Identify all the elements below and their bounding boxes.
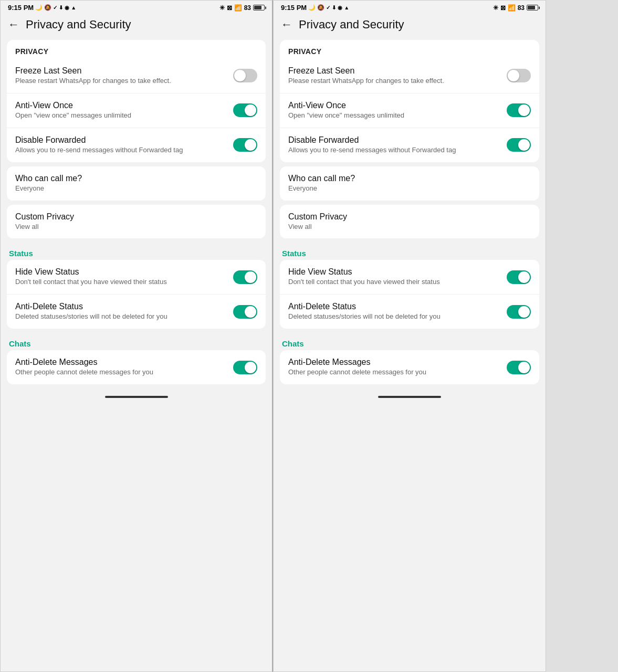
anti-view-title-left: Anti-View Once — [15, 101, 227, 110]
who-call-item-right[interactable]: Who can call me? Everyone — [280, 166, 539, 201]
custom-privacy-title-left: Custom Privacy — [15, 212, 251, 222]
instagram-icon-right: ◉ — [338, 5, 342, 10]
freeze-toggle-right[interactable] — [507, 69, 531, 82]
status-bar-left: 9:15 PM 🌙 🔕 ✓ ⬇ ◉ ▲ ✳ ⊠ 📶 83 — [1, 1, 272, 14]
who-call-card-left: Who can call me? Everyone — [7, 166, 266, 201]
who-call-value-right: Everyone — [288, 184, 525, 193]
anti-delete-status-right: Anti-Delete Status Deleted statuses/stor… — [280, 295, 539, 329]
who-call-value-left: Everyone — [15, 184, 251, 193]
anti-del-msg-subtitle-right: Other people cannot delete messages for … — [288, 368, 500, 377]
freeze-title-right: Freeze Last Seen — [288, 66, 500, 76]
wifi-icon: 📶 — [234, 4, 242, 12]
battery-text-right: 83 — [518, 4, 525, 12]
custom-privacy-subtitle-left: View all — [15, 223, 251, 232]
disable-fwd-title-left: Disable Forwarded — [15, 135, 227, 145]
anti-view-toggle-right[interactable] — [507, 103, 531, 117]
mute-icon-right: 🔕 — [317, 4, 324, 11]
moon-icon-right: 🌙 — [308, 4, 316, 11]
hide-view-title-left: Hide View Status — [15, 267, 227, 277]
page-title-left: Privacy and Security — [26, 18, 131, 32]
hide-view-toggle-left[interactable] — [233, 270, 257, 284]
custom-privacy-item-right[interactable]: Custom Privacy View all — [280, 205, 539, 239]
anti-del-msg-toggle-left[interactable] — [233, 361, 257, 374]
who-call-item-left[interactable]: Who can call me? Everyone — [7, 166, 266, 201]
anti-view-once-left: Anti-View Once Open "view once" messages… — [7, 93, 266, 128]
custom-privacy-item-left[interactable]: Custom Privacy View all — [7, 205, 266, 239]
hide-view-title-right: Hide View Status — [288, 267, 500, 277]
chats-section-header-left: Chats — [7, 333, 266, 350]
custom-privacy-title-right: Custom Privacy — [288, 212, 525, 222]
anti-view-toggle-left[interactable] — [233, 103, 257, 117]
status-right-left: ✳ ⊠ 📶 83 — [219, 4, 265, 12]
toolbar-right: ← Privacy and Security — [274, 14, 546, 37]
anti-view-subtitle-right: Open "view once" messages unlimited — [288, 111, 500, 120]
privacy-section-label-left: PRIVACY — [7, 40, 266, 59]
moon-icon: 🌙 — [35, 4, 43, 11]
hide-view-subtitle-right: Don't tell contact that you have viewed … — [288, 278, 500, 287]
battery-icon-left — [253, 5, 265, 10]
freeze-title-left: Freeze Last Seen — [15, 66, 227, 76]
bluetooth-icon-right: ✳ — [493, 4, 498, 12]
freeze-subtitle-right: Please restart WhatsApp for changes to t… — [288, 77, 500, 86]
disable-forwarded-left: Disable Forwarded Allows you to re-send … — [7, 128, 266, 162]
check-icon-right: ✓ — [326, 5, 330, 10]
anti-view-title-right: Anti-View Once — [288, 101, 500, 110]
phone-left: 9:15 PM 🌙 🔕 ✓ ⬇ ◉ ▲ ✳ ⊠ 📶 83 ← Privacy — [0, 0, 273, 672]
freeze-toggle-left[interactable] — [233, 69, 257, 82]
status-time-right: 9:15 PM 🌙 🔕 ✓ ⬇ ◉ ▲ — [281, 4, 349, 12]
chats-card-right: Anti-Delete Messages Other people cannot… — [280, 350, 539, 384]
chats-card-left: Anti-Delete Messages Other people cannot… — [7, 350, 266, 384]
back-button-left[interactable]: ← — [8, 19, 19, 30]
freeze-last-seen-right: Freeze Last Seen Please restart WhatsApp… — [280, 59, 539, 93]
page-title-right: Privacy and Security — [299, 18, 404, 32]
instagram-icon: ◉ — [65, 5, 69, 10]
phone-right: 9:15 PM 🌙 🔕 ✓ ⬇ ◉ ▲ ✳ ⊠ 📶 83 ← Privacy — [273, 0, 546, 672]
home-bar-left — [105, 396, 168, 398]
status-section-header-left: Status — [7, 243, 266, 260]
disable-fwd-toggle-left[interactable] — [233, 138, 257, 152]
anti-del-msg-title-left: Anti-Delete Messages — [15, 358, 227, 367]
status-right-right: ✳ ⊠ 📶 83 — [493, 4, 538, 12]
back-button-right[interactable]: ← — [281, 19, 292, 30]
status-bar-right: 9:15 PM 🌙 🔕 ✓ ⬇ ◉ ▲ ✳ ⊠ 📶 83 — [274, 1, 546, 14]
wifi-icon-right: 📶 — [508, 4, 516, 12]
check-icon: ✓ — [53, 5, 57, 10]
disable-fwd-subtitle-right: Allows you to re-send messages without F… — [288, 146, 500, 155]
download-icon-right: ⬇ — [332, 5, 336, 10]
anti-del-status-toggle-right[interactable] — [507, 305, 531, 319]
custom-privacy-subtitle-right: View all — [288, 223, 525, 232]
privacy-card-left: PRIVACY Freeze Last Seen Please restart … — [7, 40, 266, 162]
time-right: 9:15 PM — [281, 4, 307, 12]
status-time-left: 9:15 PM 🌙 🔕 ✓ ⬇ ◉ ▲ — [8, 4, 76, 12]
anti-del-msg-toggle-right[interactable] — [507, 361, 531, 374]
battery-icon-right — [527, 5, 538, 10]
hide-view-status-left: Hide View Status Don't tell contact that… — [7, 260, 266, 295]
anti-del-status-subtitle-right: Deleted statuses/stories will not be del… — [288, 312, 500, 321]
anti-del-status-toggle-left[interactable] — [233, 305, 257, 319]
disable-fwd-toggle-right[interactable] — [507, 138, 531, 152]
privacy-card-right: PRIVACY Freeze Last Seen Please restart … — [280, 40, 539, 162]
custom-privacy-card-right: Custom Privacy View all — [280, 205, 539, 239]
toolbar-left: ← Privacy and Security — [1, 14, 272, 37]
hide-view-subtitle-left: Don't tell contact that you have viewed … — [15, 278, 227, 287]
freeze-subtitle-left: Please restart WhatsApp for changes to t… — [15, 77, 227, 86]
home-indicator-left — [1, 392, 272, 404]
anti-view-once-right: Anti-View Once Open "view once" messages… — [280, 93, 539, 128]
home-bar-right — [378, 396, 441, 398]
disable-fwd-title-right: Disable Forwarded — [288, 135, 500, 145]
who-call-title-right: Who can call me? — [288, 174, 525, 183]
anti-view-subtitle-left: Open "view once" messages unlimited — [15, 111, 227, 120]
anti-delete-messages-right: Anti-Delete Messages Other people cannot… — [280, 350, 539, 384]
home-indicator-right — [274, 392, 546, 404]
content-left: PRIVACY Freeze Last Seen Please restart … — [1, 37, 272, 392]
chats-section-header-right: Chats — [280, 333, 539, 350]
status-section-header-right: Status — [280, 243, 539, 260]
download-icon: ⬇ — [59, 5, 63, 10]
content-right: PRIVACY Freeze Last Seen Please restart … — [274, 37, 546, 392]
disable-fwd-subtitle-left: Allows you to re-send messages without F… — [15, 146, 227, 155]
hide-view-toggle-right[interactable] — [507, 270, 531, 284]
anti-del-status-subtitle-left: Deleted statuses/stories will not be del… — [15, 312, 227, 321]
battery-text-left: 83 — [244, 4, 251, 12]
signal-icon: ⊠ — [227, 4, 232, 12]
who-call-card-right: Who can call me? Everyone — [280, 166, 539, 201]
